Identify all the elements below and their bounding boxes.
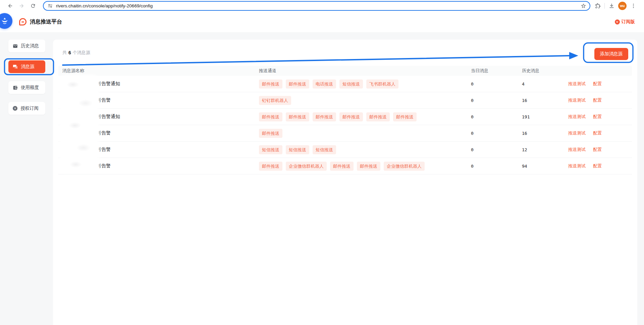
sources-table: 消息源名称 推送通道 当日消息 历史消息 辶刂告警通知 邮件推送邮件推送电话推送… bbox=[58, 66, 632, 174]
sidebar-item-label: 消息源 bbox=[21, 64, 35, 70]
download-icon[interactable] bbox=[608, 2, 615, 9]
channel-tag: 钉钉群机器人 bbox=[259, 96, 291, 105]
site-settings-icon[interactable] bbox=[48, 3, 53, 8]
channel-tags: 邮件推送 bbox=[259, 129, 467, 138]
row-actions: 推送测试 配置 bbox=[568, 130, 632, 136]
source-name-fragment: 工 bbox=[62, 163, 65, 169]
col-header-channels: 推送通道 bbox=[259, 68, 467, 74]
daily-count: 0 bbox=[467, 98, 518, 103]
boat-icon bbox=[0, 15, 10, 27]
kebab-menu-icon[interactable] bbox=[630, 2, 637, 9]
sidebar-item-history[interactable]: 历史消息 bbox=[8, 40, 45, 52]
extensions-icon[interactable] bbox=[594, 2, 601, 9]
add-source-button[interactable]: 添加消息源 bbox=[594, 48, 629, 60]
table-body: 辶刂告警通知 邮件推送邮件推送电话推送短信推送飞书群机器人 0 4 推送测试 配… bbox=[58, 76, 632, 174]
plan-badge-icon: v bbox=[615, 19, 620, 24]
push-test-link[interactable]: 推送测试 bbox=[568, 81, 586, 87]
push-test-link[interactable]: 推送测试 bbox=[568, 97, 586, 103]
summary-count: 6 bbox=[68, 50, 71, 55]
back-icon[interactable] bbox=[7, 2, 13, 9]
sources-count-summary: 共 6 个消息源 bbox=[58, 40, 632, 66]
table-row: 工刂告警 邮件推送企业微信群机器人邮件推送邮件推送企业微信群机器人 0 94 推… bbox=[58, 158, 632, 174]
page-body: 历史消息 消息源 使用额度 ¥ 授权订阅 共 6 个消息源 添加消息源 消息源名… bbox=[0, 32, 644, 325]
history-count: 191 bbox=[518, 114, 568, 119]
config-link[interactable]: 配置 bbox=[593, 147, 602, 153]
source-name: 出刂告警 bbox=[58, 147, 259, 153]
source-name-suffix: 刂告警 bbox=[97, 130, 111, 136]
address-bar[interactable]: rivers.chaitin.cn/console/app/notify-206… bbox=[43, 1, 590, 11]
sources-card: 共 6 个消息源 添加消息源 消息源名称 推送通道 当日消息 历史消息 辶刂告警… bbox=[53, 40, 637, 325]
channel-tag: 企业微信群机器人 bbox=[384, 162, 425, 171]
history-count: 4 bbox=[518, 82, 568, 87]
source-name: 辶刂告警通知 bbox=[58, 81, 259, 87]
channel-tag: 飞书群机器人 bbox=[366, 79, 398, 89]
channel-tag: 短信推送 bbox=[313, 145, 336, 154]
channel-tag: 邮件推送 bbox=[330, 162, 354, 171]
channel-tags: 邮件推送企业微信群机器人邮件推送邮件推送企业微信群机器人 bbox=[259, 162, 467, 171]
channel-tag: 邮件推送 bbox=[313, 112, 336, 121]
table-header-row: 消息源名称 推送通道 当日消息 历史消息 bbox=[58, 66, 632, 76]
forward-icon[interactable] bbox=[18, 2, 25, 9]
sidebar-item-sources[interactable]: 消息源 bbox=[8, 60, 45, 73]
sidebar-item-label: 使用额度 bbox=[21, 85, 39, 91]
source-name: 工刂告警 bbox=[58, 163, 259, 169]
app-logo-icon bbox=[19, 18, 26, 25]
table-row: 厂刂告警通知 邮件推送邮件推送邮件推送邮件推送邮件推送邮件推送 0 191 推送… bbox=[58, 109, 632, 125]
browser-toolbar: rivers.chaitin.cn/console/app/notify-206… bbox=[0, 0, 644, 11]
row-actions: 推送测试 配置 bbox=[568, 81, 632, 87]
channel-tag: 邮件推送 bbox=[366, 112, 390, 121]
sidebar: 历史消息 消息源 使用额度 ¥ 授权订阅 bbox=[0, 32, 53, 325]
source-name: 厂刂告警通知 bbox=[58, 114, 259, 120]
chat-bubbles-icon bbox=[13, 64, 18, 69]
app-title: 消息推送平台 bbox=[30, 18, 62, 25]
push-test-link[interactable]: 推送测试 bbox=[568, 114, 586, 120]
source-name-fragment: 出 bbox=[62, 147, 65, 153]
source-name-fragment: 辶 bbox=[62, 81, 65, 87]
source-name-suffix: 刂告警 bbox=[97, 147, 111, 152]
channel-tag: 邮件推送 bbox=[393, 112, 417, 121]
plan-badge[interactable]: v 订阅版 bbox=[615, 19, 635, 25]
channel-tag: 短信推送 bbox=[286, 145, 309, 154]
row-actions: 推送测试 配置 bbox=[568, 97, 632, 103]
summary-prefix: 共 bbox=[62, 50, 67, 56]
config-link[interactable]: 配置 bbox=[593, 97, 602, 103]
channel-tag: 邮件推送 bbox=[286, 112, 309, 121]
source-name-suffix: 刂告警通知 bbox=[97, 81, 120, 86]
sidebar-item-label: 历史消息 bbox=[21, 43, 39, 49]
wallet-icon bbox=[13, 85, 18, 90]
source-name-suffix: 刂告警 bbox=[97, 163, 111, 168]
channel-tag: 邮件推送 bbox=[259, 112, 282, 121]
source-name: 氵刂告警 bbox=[58, 97, 259, 103]
bookmark-star-icon[interactable] bbox=[581, 3, 586, 9]
url-text[interactable]: rivers.chaitin.cn/console/app/notify-206… bbox=[56, 3, 581, 8]
daily-count: 0 bbox=[467, 147, 518, 152]
mail-icon bbox=[13, 44, 18, 49]
source-name-fragment: 氵 bbox=[62, 97, 65, 103]
channel-tags: 邮件推送邮件推送电话推送短信推送飞书群机器人 bbox=[259, 79, 467, 89]
channel-tags: 邮件推送邮件推送邮件推送邮件推送邮件推送邮件推送 bbox=[259, 112, 467, 121]
push-test-link[interactable]: 推送测试 bbox=[568, 147, 586, 153]
history-count: 12 bbox=[518, 147, 568, 152]
source-name-fragment: 厂 bbox=[62, 114, 65, 120]
history-count: 94 bbox=[518, 164, 568, 169]
table-row: 氵刂告警 钉钉群机器人 0 16 推送测试 配置 bbox=[58, 92, 632, 109]
daily-count: 0 bbox=[467, 131, 518, 136]
push-test-link[interactable]: 推送测试 bbox=[568, 130, 586, 136]
channel-tag: 邮件推送 bbox=[259, 79, 282, 89]
config-link[interactable]: 配置 bbox=[593, 163, 602, 169]
channel-tag: 电话推送 bbox=[313, 79, 336, 89]
channel-tag: 短信推送 bbox=[259, 145, 282, 154]
push-test-link[interactable]: 推送测试 bbox=[568, 163, 586, 169]
config-link[interactable]: 配置 bbox=[593, 130, 602, 136]
sidebar-item-quota[interactable]: 使用额度 bbox=[8, 81, 45, 94]
channel-tag: 短信推送 bbox=[339, 79, 363, 89]
row-actions: 推送测试 配置 bbox=[568, 114, 632, 120]
source-name-fragment: 宀 bbox=[62, 130, 65, 136]
sidebar-item-subscription[interactable]: ¥ 授权订阅 bbox=[8, 102, 45, 115]
config-link[interactable]: 配置 bbox=[593, 81, 602, 87]
row-actions: 推送测试 配置 bbox=[568, 147, 632, 153]
reload-icon[interactable] bbox=[30, 2, 36, 9]
config-link[interactable]: 配置 bbox=[593, 114, 602, 120]
channel-tag: 邮件推送 bbox=[259, 162, 282, 171]
profile-avatar[interactable]: wu bbox=[618, 2, 627, 10]
